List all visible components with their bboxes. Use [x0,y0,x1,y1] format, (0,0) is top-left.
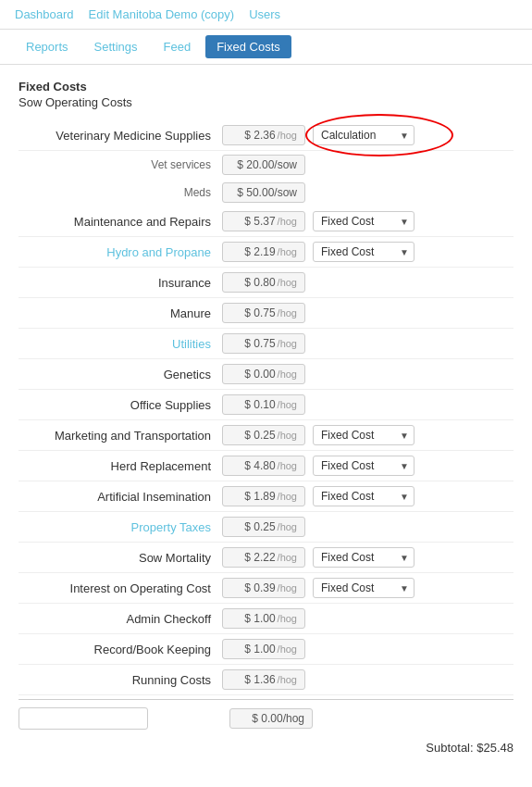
value-insurance: $ 0.80/hog [222,272,305,293]
label-herd: Herd Replacement [19,459,222,473]
dropdown-wrap-marketing: Fixed Cost Calculation Budget ▼ [313,425,414,445]
tab-reports[interactable]: Reports [15,35,80,58]
row-genetics: Genetics $ 0.00/hog [19,359,513,390]
label-property: Property Taxes [19,520,222,534]
dropdown-wrap-maintenance: Fixed Cost Calculation Budget ▼ [313,211,414,231]
row-records: Record/Book Keeping $ 1.00/hog [19,634,513,665]
subtotal-row: Subtotal: $25.48 [19,737,513,758]
value-running: $ 1.36/hog [222,669,305,690]
value-meds: $ 50.00/sow [222,182,305,203]
tab-feed[interactable]: Feed [153,35,203,58]
tab-fixed-costs[interactable]: Fixed Costs [205,35,291,58]
row-mortality: Sow Mortality $ 2.22/hog Fixed Cost Calc… [19,543,513,573]
value-manure: $ 0.75/hog [222,303,305,323]
label-meds: Meds [19,186,222,199]
label-hydro: Hydro and Propane [19,245,222,259]
bottom-text-input[interactable] [19,707,148,730]
row-admin: Admin Checkoff $ 1.00/hog [19,604,513,634]
label-running: Running Costs [19,673,222,687]
row-marketing: Marketing and Transportation $ 0.25/hog … [19,420,513,451]
bottom-value: $ 0.00/hog [229,708,313,729]
dropdown-vet-medicine[interactable]: Calculation Fixed Cost Budget [313,125,414,145]
sub-row-vet-services: Vet services $ 20.00/sow [19,151,513,179]
tab-settings[interactable]: Settings [83,35,149,58]
label-interest: Interest on Operating Cost [19,581,222,595]
value-vet-medicine: $ 2.36/hog [222,125,305,145]
dropdown-hydro[interactable]: Fixed Cost Calculation Budget [313,242,414,262]
row-utilities: Utilities $ 0.75/hog [19,329,513,359]
value-maintenance: $ 5.37/hog [222,211,305,231]
label-admin: Admin Checkoff [19,612,222,626]
value-admin: $ 1.00/hog [222,608,305,629]
value-hydro: $ 2.19/hog [222,242,305,262]
label-vet-services: Vet services [19,158,222,171]
sub-row-meds: Meds $ 50.00/sow [19,179,513,206]
row-property: Property Taxes $ 0.25/hog [19,512,513,543]
row-herd: Herd Replacement $ 4.80/hog Fixed Cost C… [19,451,513,481]
label-mortality: Sow Mortality [19,551,222,565]
page-subtitle: Sow Operating Costs [19,95,513,109]
dropdown-marketing[interactable]: Fixed Cost Calculation Budget [313,425,414,445]
label-insurance: Insurance [19,276,222,290]
dropdown-ai[interactable]: Fixed Cost Calculation Budget [313,486,414,506]
row-office: Office Supplies $ 0.10/hog [19,390,513,420]
dropdown-wrap-vet-medicine: Calculation Fixed Cost Budget ▼ [313,125,414,145]
row-interest: Interest on Operating Cost $ 0.39/hog Fi… [19,573,513,604]
value-office: $ 0.10/hog [222,394,305,415]
label-ai: Artificial Insemination [19,490,222,504]
label-maintenance: Maintenance and Repairs [19,215,222,229]
page-title: Fixed Costs [19,80,513,94]
row-hydro: Hydro and Propane $ 2.19/hog Fixed Cost … [19,237,513,268]
row-ai: Artificial Insemination $ 1.89/hog Fixed… [19,481,513,512]
dropdown-maintenance[interactable]: Fixed Cost Calculation Budget [313,211,414,231]
row-maintenance: Maintenance and Repairs $ 5.37/hog Fixed… [19,206,513,237]
label-vet-medicine: Veterinary Medicine Supplies [19,129,222,143]
bottom-input-wrap [19,707,222,730]
dropdown-wrap-ai: Fixed Cost Calculation Budget ▼ [313,486,414,506]
value-property: $ 0.25/hog [222,517,305,537]
nav-edit-demo[interactable]: Edit Manitoba Demo (copy) [89,7,235,21]
dropdown-interest[interactable]: Fixed Cost Calculation Budget [313,578,414,598]
value-ai: $ 1.89/hog [222,486,305,506]
page-content: Fixed Costs Sow Operating Costs Veterina… [0,65,532,773]
row-vet-medicine: Veterinary Medicine Supplies $ 2.36/hog … [19,120,513,151]
sub-nav: Reports Settings Feed Fixed Costs [0,30,532,65]
value-mortality: $ 2.22/hog [222,547,305,568]
label-manure: Manure [19,306,222,320]
dropdown-mortality[interactable]: Fixed Cost Calculation Budget [313,547,414,568]
label-records: Record/Book Keeping [19,643,222,656]
value-genetics: $ 0.00/hog [222,364,305,384]
dropdown-wrap-herd: Fixed Cost Calculation Budget ▼ [313,456,414,476]
dropdown-herd[interactable]: Fixed Cost Calculation Budget [313,456,414,476]
value-records: $ 1.00/hog [222,639,305,659]
label-utilities: Utilities [19,337,222,351]
nav-users[interactable]: Users [249,7,280,21]
dropdown-wrap-mortality: Fixed Cost Calculation Budget ▼ [313,547,414,568]
nav-dashboard[interactable]: Dashboard [15,7,74,21]
value-marketing: $ 0.25/hog [222,425,305,445]
top-nav: Dashboard Edit Manitoba Demo (copy) User… [0,0,532,30]
row-manure: Manure $ 0.75/hog [19,298,513,329]
bottom-section: $ 0.00/hog [19,699,513,737]
row-insurance: Insurance $ 0.80/hog [19,268,513,298]
dropdown-wrap-interest: Fixed Cost Calculation Budget ▼ [313,578,414,598]
form-section: Veterinary Medicine Supplies $ 2.36/hog … [19,120,513,758]
subtotal-label: Subtotal: $25.48 [426,741,513,755]
dropdown-wrap-hydro: Fixed Cost Calculation Budget ▼ [313,242,414,262]
value-interest: $ 0.39/hog [222,578,305,598]
value-vet-services: $ 20.00/sow [222,155,305,175]
label-genetics: Genetics [19,368,222,381]
value-herd: $ 4.80/hog [222,456,305,476]
value-utilities: $ 0.75/hog [222,333,305,354]
label-office: Office Supplies [19,398,222,412]
label-marketing: Marketing and Transportation [19,429,222,443]
row-running: Running Costs $ 1.36/hog [19,665,513,695]
